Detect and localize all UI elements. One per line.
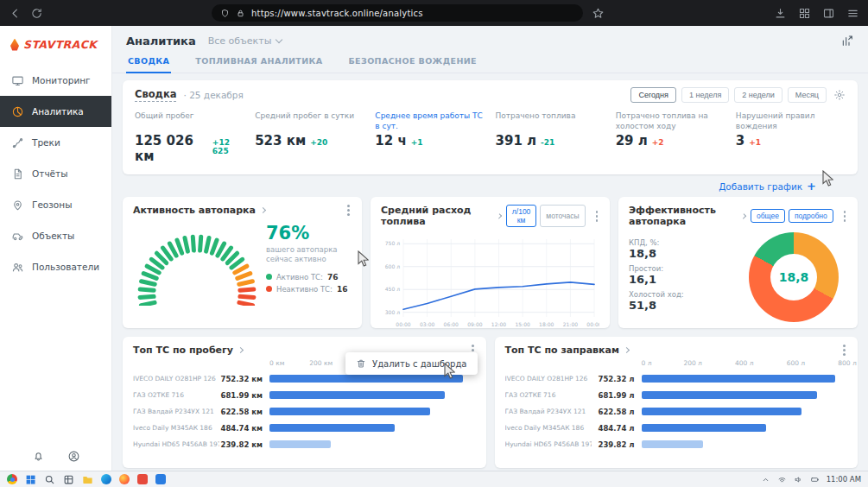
sidebar-item-objects[interactable]: Объекты [0, 220, 111, 251]
kebab-menu-icon[interactable] [347, 209, 350, 212]
chevron-right-icon[interactable] [260, 207, 266, 213]
notifications-bell-icon[interactable] [32, 450, 45, 463]
fuel-toggle-1[interactable]: моточасы [540, 205, 585, 227]
search-icon[interactable] [44, 474, 55, 485]
kebab-menu-icon[interactable] [843, 349, 846, 351]
volume-icon[interactable] [794, 475, 803, 484]
sidebar-toggle-icon[interactable] [822, 7, 835, 20]
sidebar-nav: МониторингАналитикаТрекиОтчётыГеозоныОбъ… [0, 65, 111, 282]
media-player-icon[interactable] [137, 474, 148, 484]
downloads-icon[interactable] [774, 7, 787, 20]
tab-0[interactable]: СВОДКА [126, 51, 171, 73]
bar[interactable] [642, 391, 817, 399]
bar[interactable] [269, 375, 463, 383]
kebab-menu-icon[interactable] [596, 215, 598, 218]
task-view-icon[interactable] [63, 474, 74, 485]
report-export-icon[interactable] [840, 34, 854, 47]
chrome-browser-icon[interactable] [7, 474, 17, 484]
vehicle-name: Hyundai HD65 Р456АВ 197 [505, 440, 592, 448]
gear-icon[interactable] [833, 89, 846, 101]
svg-text:03:00: 03:00 [420, 321, 434, 327]
kebab-menu-icon[interactable] [844, 215, 846, 218]
axis-tick: 600 л [787, 359, 806, 367]
bar-value: 681.99 л [592, 391, 642, 400]
metric-delta: +1 [411, 138, 423, 147]
sidebar: STAVTRACK МониторингАналитикаТрекиОтчёты… [0, 26, 112, 471]
network-icon[interactable] [777, 475, 787, 484]
app-logo[interactable]: STAVTRACK [0, 26, 111, 60]
shield-icon[interactable] [220, 9, 230, 18]
browser-toolbar-right [774, 7, 859, 20]
top-mileage-card: Топ ТС по пробегу 0 км200 км400 км600 км… [123, 337, 486, 468]
start-button[interactable] [25, 474, 36, 485]
tray-overflow-icon[interactable] [761, 475, 770, 484]
page-header: Аналитика Все объекты [112, 26, 868, 51]
bar[interactable] [642, 375, 835, 383]
tab-2[interactable]: БЕЗОПАСНОЕ ВОЖДЕНИЕ [346, 51, 478, 73]
sidebar-item-tracks[interactable]: Треки [0, 127, 111, 158]
chevron-right-icon[interactable] [238, 347, 244, 353]
add-chart-button[interactable]: Добавить график + [123, 176, 858, 197]
firefox-browser-icon[interactable] [119, 474, 130, 484]
extensions-icon[interactable] [798, 7, 811, 20]
chevron-right-icon[interactable] [624, 347, 630, 353]
fuel-toggle-0[interactable]: л/100 км [506, 205, 537, 227]
objects-scope-dropdown[interactable]: Все объекты [208, 35, 282, 47]
battery-icon[interactable] [810, 475, 820, 484]
clock[interactable]: 11:00 AM [827, 475, 861, 484]
efficiency-toggle-0[interactable]: общее [751, 209, 785, 223]
address-bar[interactable]: https://www.stavtrack.online/analytics [212, 4, 583, 22]
bar[interactable] [642, 440, 703, 448]
range-button-0[interactable]: Сегодня [630, 87, 676, 103]
url-text[interactable]: https://www.stavtrack.online/analytics [251, 9, 423, 18]
card-title: Топ ТС по заправкам [505, 345, 619, 356]
context-menu-delete[interactable]: Удалить с дашборда [345, 352, 477, 375]
efficiency-toggle-1[interactable]: подробно [789, 209, 833, 223]
svg-text:15:00: 15:00 [515, 321, 529, 327]
bookmark-star-icon[interactable] [592, 7, 605, 20]
axis-tick: 0 км [269, 359, 284, 367]
sidebar-item-users[interactable]: Пользователи [0, 251, 111, 282]
edge-browser-icon[interactable] [101, 474, 111, 484]
top-charts-row: Топ ТС по пробегу 0 км200 км400 км600 км… [123, 337, 858, 468]
card-title: Топ ТС по пробегу [133, 345, 233, 356]
range-button-3[interactable]: Месяц [788, 87, 827, 103]
vehicle-name: Iveco Daily М345АК 186 [505, 424, 592, 432]
sidebar-item-monitoring[interactable]: Мониторинг [0, 65, 111, 96]
metric-value-row: 523 км+20 [255, 133, 364, 149]
sidebar-item-reports[interactable]: Отчёты [0, 158, 111, 189]
route-icon [11, 136, 24, 149]
browser-menu-icon[interactable] [846, 7, 859, 20]
kebab-menu-icon[interactable] [472, 349, 474, 351]
tab-1[interactable]: ТОПЛИВНАЯ АНАЛИТИКА [193, 51, 324, 73]
bar[interactable] [269, 408, 430, 415]
bar[interactable] [642, 424, 767, 432]
svg-text:300 л: 300 л [385, 309, 400, 315]
bar-value: 752.32 км [219, 375, 269, 383]
bar[interactable] [642, 408, 802, 415]
main-area: Аналитика Все объекты СВОДКАТОПЛИВНАЯ АН… [112, 26, 868, 471]
bar[interactable] [269, 440, 331, 448]
sidebar-item-analytics[interactable]: Аналитика [0, 96, 111, 127]
back-icon[interactable] [9, 7, 22, 20]
fuel-axis: 0 л200 л400 л600 л800 л [642, 359, 848, 370]
bar[interactable] [269, 391, 445, 399]
bar[interactable] [269, 424, 395, 432]
range-button-2[interactable]: 2 недели [734, 87, 782, 103]
sidebar-item-geozones[interactable]: Геозоны [0, 189, 111, 220]
legend-label: Активно ТС: [276, 273, 323, 281]
vehicle-name: Iveco Daily М345АК 186 [133, 424, 219, 432]
summary-title[interactable]: Сводка [135, 88, 176, 102]
legend-item-1: Неактивно ТС:16 [266, 285, 352, 294]
file-explorer-icon[interactable] [82, 474, 93, 485]
profile-icon[interactable] [67, 450, 80, 463]
app-store-icon[interactable] [155, 474, 166, 484]
bar-track [269, 391, 476, 399]
chevron-right-icon[interactable] [496, 213, 502, 219]
svg-text:09:00: 09:00 [467, 321, 482, 327]
bar-row-0: IVECO DAILY О281НР 126752.32 л [505, 370, 848, 387]
summary-card: Сводка 25 декабря Сегодня1 неделя2 недел… [123, 80, 858, 174]
chevron-right-icon[interactable] [741, 213, 746, 218]
range-button-1[interactable]: 1 неделя [681, 87, 729, 103]
reload-icon[interactable] [30, 7, 43, 20]
